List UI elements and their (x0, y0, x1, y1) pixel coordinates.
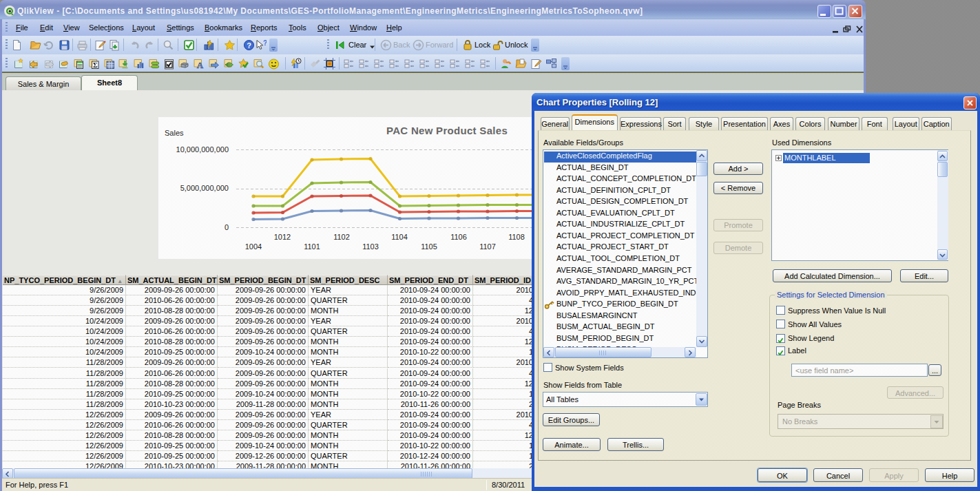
svg-text:A: A (197, 60, 204, 70)
svg-text:Σ: Σ (93, 61, 98, 69)
svg-text:?: ? (247, 41, 251, 50)
svg-text:?: ? (263, 39, 267, 47)
